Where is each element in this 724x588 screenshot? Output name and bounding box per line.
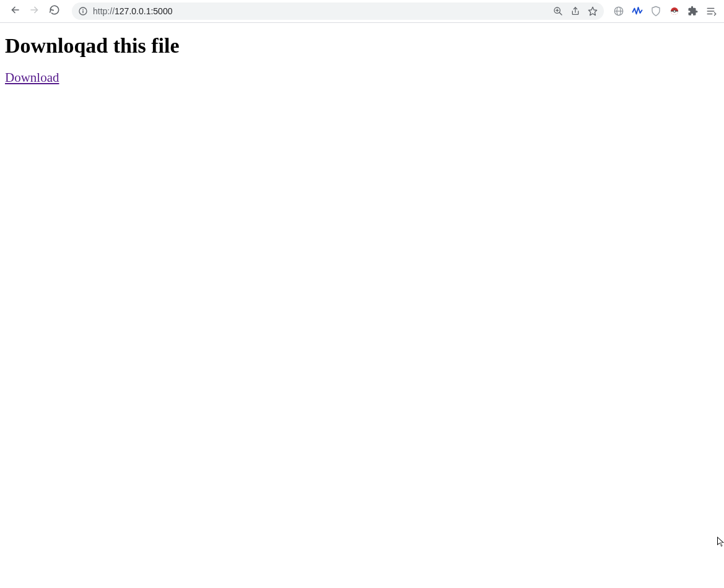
reload-icon [49,4,60,18]
toolbar-extensions [610,5,720,17]
reading-list-icon[interactable] [705,5,718,17]
address-bar[interactable]: http://127.0.0.1:5000 [72,2,604,20]
extension-shield-icon[interactable] [650,5,662,17]
page-title: Downloqad this file [5,34,719,58]
extension-pokeball-icon[interactable] [668,5,681,17]
forward-button[interactable] [27,4,42,19]
svg-marker-10 [588,7,596,15]
arrow-right-icon [29,4,40,18]
nav-buttons [4,4,66,19]
page-content: Downloqad this file Download [0,23,724,90]
extension-wave-icon[interactable] [631,5,643,17]
svg-point-16 [673,10,676,12]
zoom-icon[interactable] [553,6,563,16]
back-button[interactable] [7,4,22,19]
mouse-cursor-icon [717,537,724,550]
svg-line-6 [559,12,562,15]
download-link[interactable]: Download [5,70,59,85]
extensions-puzzle-icon[interactable] [687,5,699,17]
reload-button[interactable] [47,4,62,19]
share-icon[interactable] [570,6,580,16]
site-info-icon[interactable] [78,6,88,16]
browser-toolbar: http://127.0.0.1:5000 [0,0,724,23]
url-text: http://127.0.0.1:5000 [93,6,548,16]
arrow-left-icon [9,4,20,18]
bookmark-star-icon[interactable] [588,6,598,16]
address-bar-right [553,6,598,16]
extension-globe-icon[interactable] [613,5,625,17]
